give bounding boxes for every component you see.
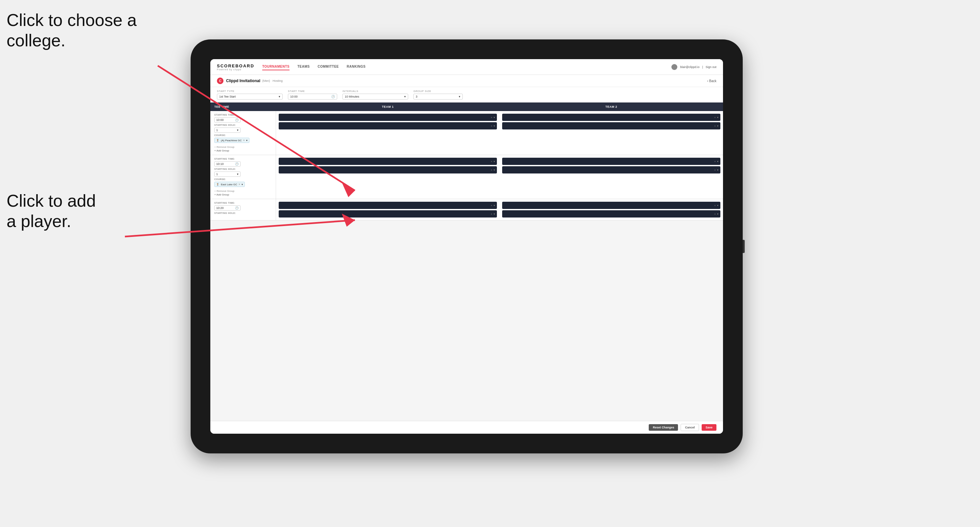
group-3-starting-time-input[interactable]: 10:20 🕐 xyxy=(214,205,240,211)
player-row[interactable]: × ▾ xyxy=(279,166,497,173)
nav-bar: SCOREBOARD Powered by clippd TOURNAMENTS… xyxy=(210,59,723,75)
nav-separator: | xyxy=(702,65,703,69)
group-3-team2: × ▾ × ▾ xyxy=(500,199,723,220)
player-x-icon[interactable]: × xyxy=(714,213,716,216)
group-2-starting-hole-input[interactable]: 1 ▾ xyxy=(214,171,240,177)
course-tag-remove-1[interactable]: × xyxy=(243,139,245,142)
nav-link-rankings[interactable]: RANKINGS xyxy=(347,63,366,70)
group-3-starting-time-label: STARTING TIME: xyxy=(214,202,272,204)
player-x-icon[interactable]: × xyxy=(714,204,716,207)
sub-header-badge: (Men) xyxy=(262,79,270,83)
player-chevron-icon[interactable]: ▾ xyxy=(494,204,495,207)
player-x-icon[interactable]: × xyxy=(491,168,492,171)
sub-header-logo-letter: C xyxy=(219,79,221,83)
group-size-chevron: ▾ xyxy=(459,95,460,98)
course-tag-icon-1: 🏌 xyxy=(216,139,220,142)
table-header: Tee Time Team 1 Team 2 xyxy=(210,103,723,111)
player-x-icon[interactable]: × xyxy=(714,116,716,119)
player-chevron-icon[interactable]: ▾ xyxy=(494,168,495,171)
player-x-icon[interactable]: × xyxy=(491,204,492,207)
remove-group-1[interactable]: ○ Remove Group xyxy=(214,146,272,149)
player-chevron-icon[interactable]: ▾ xyxy=(494,116,495,119)
content-area[interactable]: STARTING TIME: 10:00 🕐 STARTING HOLE: 1 … xyxy=(210,111,723,421)
course-tag-remove-2[interactable]: × xyxy=(239,183,240,186)
player-row[interactable]: × ▾ xyxy=(502,122,721,129)
annotation-choose-college: Click to choose a college. xyxy=(6,10,137,51)
nav-link-tournaments[interactable]: TOURNAMENTS xyxy=(262,63,290,70)
intervals-value: 10 Minutes xyxy=(345,95,359,98)
start-type-select[interactable]: 1st Tee Start ▾ xyxy=(217,94,283,100)
player-chevron-icon[interactable]: ▾ xyxy=(717,204,718,207)
player-row[interactable]: × ▾ xyxy=(279,114,497,121)
player-chevron-icon[interactable]: ▾ xyxy=(717,160,718,163)
sub-header-title: Clippd Invitational xyxy=(226,79,260,83)
player-chevron-icon[interactable]: ▾ xyxy=(717,213,718,216)
add-group-2[interactable]: + Add Group xyxy=(214,193,272,196)
player-x-icon[interactable]: × xyxy=(714,124,716,127)
remove-group-2[interactable]: ○ Remove Group xyxy=(214,190,272,192)
player-chevron-icon[interactable]: ▾ xyxy=(494,213,495,216)
course-tag-chevron-2[interactable]: ▾ xyxy=(242,183,243,186)
group-2-team1: × ▾ × ▾ xyxy=(276,155,500,199)
nav-avatar xyxy=(671,64,677,70)
start-time-select[interactable]: 10:00 🕐 xyxy=(288,94,337,100)
add-group-1[interactable]: + Add Group xyxy=(214,149,272,152)
group-2-team2: × ▾ × ▾ xyxy=(500,155,723,199)
back-button[interactable]: ‹ Back xyxy=(707,79,716,83)
save-button[interactable]: Save xyxy=(702,424,716,431)
nav-sign-out[interactable]: Sign out xyxy=(706,65,716,69)
player-row[interactable]: × ▾ xyxy=(502,210,721,217)
player-x-icon[interactable]: × xyxy=(491,116,492,119)
clock-icon-3: 🕐 xyxy=(235,206,239,210)
player-chevron-icon[interactable]: ▾ xyxy=(717,124,718,127)
nav-link-committee[interactable]: COMMITTEE xyxy=(318,63,339,70)
player-row[interactable]: × ▾ xyxy=(279,210,497,217)
group-1-team1: × ▾ × ▾ xyxy=(276,111,500,155)
player-row[interactable]: × ▾ xyxy=(279,122,497,129)
player-row[interactable]: × ▾ xyxy=(279,202,497,209)
annotation-add-player: Click to add a player. xyxy=(6,190,96,232)
intervals-select[interactable]: 10 Minutes ▾ xyxy=(342,94,408,100)
player-x-icon[interactable]: × xyxy=(491,213,492,216)
group-2-starting-time-input[interactable]: 10:10 🕐 xyxy=(214,161,240,167)
player-chevron-icon[interactable]: ▾ xyxy=(494,124,495,127)
clock-icon-1: 🕐 xyxy=(235,118,239,122)
annotation-line1: Click to choose a xyxy=(6,10,137,30)
reset-changes-button[interactable]: Reset Changes xyxy=(649,424,678,431)
group-1-course-tag[interactable]: 🏌 (A) Peachtree GC × ▾ xyxy=(214,138,250,143)
intervals-label: Intervals xyxy=(342,90,408,93)
nav-link-teams[interactable]: TEAMS xyxy=(298,63,310,70)
start-type-group: Start Type 1st Tee Start ▾ xyxy=(217,90,283,100)
group-3-starting-hole-label: STARTING HOLE: xyxy=(214,212,272,214)
player-x-icon[interactable]: × xyxy=(491,160,492,163)
group-2-course-tag[interactable]: 🏌 East Lake GC × ▾ xyxy=(214,182,245,187)
clock-icon-2: 🕐 xyxy=(235,162,239,166)
group-size-value: 3 xyxy=(416,95,417,98)
start-type-value: 1st Tee Start xyxy=(219,95,235,98)
group-1-actions: ○ Remove Group + Add Group xyxy=(214,146,272,152)
player-x-icon[interactable]: × xyxy=(491,124,492,127)
player-row[interactable]: × ▾ xyxy=(502,114,721,121)
settings-row: Start Type 1st Tee Start ▾ Start Time 10… xyxy=(210,87,723,103)
player-row[interactable]: × ▾ xyxy=(502,166,721,173)
sub-header-hosting: Hosting xyxy=(273,79,283,83)
intervals-group: Intervals 10 Minutes ▾ xyxy=(342,90,408,100)
player-row[interactable]: × ▾ xyxy=(502,202,721,209)
group-3-team1: × ▾ × ▾ xyxy=(276,199,500,220)
cancel-button[interactable]: Cancel xyxy=(681,424,699,431)
group-1-starting-time-input[interactable]: 10:00 🕐 xyxy=(214,117,240,122)
player-x-icon[interactable]: × xyxy=(714,160,716,163)
group-1-starting-hole-label: STARTING HOLE: xyxy=(214,124,272,126)
player-chevron-icon[interactable]: ▾ xyxy=(717,168,718,171)
player-row[interactable]: × ▾ xyxy=(502,158,721,165)
player-row[interactable]: × ▾ xyxy=(279,158,497,165)
group-size-select[interactable]: 3 ▾ xyxy=(414,94,463,100)
player-x-icon[interactable]: × xyxy=(714,168,716,171)
course-tag-chevron-1[interactable]: ▾ xyxy=(246,139,247,142)
nav-logo-sub: Powered by clippd xyxy=(217,68,255,71)
group-2-actions: ○ Remove Group + Add Group xyxy=(214,190,272,196)
player-chevron-icon[interactable]: ▾ xyxy=(494,160,495,163)
group-1-starting-hole-input[interactable]: 1 ▾ xyxy=(214,127,240,133)
nav-logo: SCOREBOARD Powered by clippd xyxy=(217,63,255,71)
player-chevron-icon[interactable]: ▾ xyxy=(717,116,718,119)
